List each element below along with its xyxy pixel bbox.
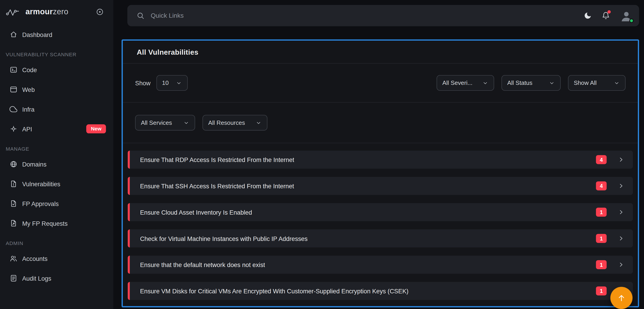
chevron-down-icon [183, 120, 190, 126]
severity-bar [128, 151, 130, 169]
sidebar: armourzero Dashboard VULNERABILITY SCANN… [0, 0, 113, 309]
count-badge: 1 [596, 260, 606, 269]
sidebar-item-label: API [22, 125, 32, 132]
file-request-icon [9, 219, 18, 227]
file-check-icon [9, 199, 18, 208]
logo-pulse-icon [6, 7, 20, 17]
chevron-right-icon [617, 182, 625, 190]
section-label-admin: ADMIN [0, 233, 113, 249]
right-filters-group: All Severi... All Status Show All [437, 75, 626, 91]
sidebar-item-label: Domains [22, 161, 46, 168]
count-badge: 4 [596, 155, 606, 164]
moon-icon [584, 11, 592, 20]
vulnerability-row[interactable]: Ensure That RDP Access Is Restricted Fro… [128, 151, 633, 169]
panel-header: All Vulnerabilities [123, 41, 638, 63]
sidebar-item-infra[interactable]: Infra [0, 99, 113, 119]
api-icon [9, 125, 18, 133]
sidebar-item-api[interactable]: API New [0, 119, 113, 139]
section-label-manage: MANAGE [0, 139, 113, 154]
vulnerability-title: Ensure VM Disks for Critical VMs Are Enc… [140, 288, 408, 295]
sidebar-item-web[interactable]: Web [0, 80, 113, 99]
severity-filter-select[interactable]: All Severi... [437, 75, 494, 91]
chevron-down-icon [482, 80, 488, 86]
chevron-down-icon [614, 80, 620, 86]
section-label-vulnerability-scanner: VULNERABILITY SCANNER [0, 44, 113, 60]
vulnerability-title: Ensure Cloud Asset Inventory Is Enabled [140, 209, 252, 216]
chevron-right-icon [617, 156, 625, 163]
severity-bar [128, 177, 130, 195]
sidebar-item-domains[interactable]: Domains [0, 154, 113, 174]
brand-header: armourzero [0, 2, 113, 22]
notification-dot [608, 10, 610, 13]
resources-filter-select[interactable]: All Resources [202, 115, 268, 130]
notifications-button[interactable] [600, 9, 612, 22]
all-vulnerabilities-panel: All Vulnerabilities Show 10 All Severi..… [122, 39, 639, 308]
sidebar-item-fp-approvals[interactable]: FP Approvals [0, 194, 113, 214]
count-badge: 1 [596, 234, 606, 243]
new-badge: New [86, 124, 106, 133]
count-badge: 1 [596, 286, 606, 296]
sidebar-item-audit-logs[interactable]: Audit Logs [0, 268, 113, 288]
sidebar-nav: Dashboard VULNERABILITY SCANNER Code Web [0, 22, 113, 288]
search-input[interactable] [151, 12, 576, 19]
status-filter-select[interactable]: All Status [502, 75, 560, 91]
vulnerability-title: Ensure That RDP Access Is Restricted Fro… [140, 156, 294, 163]
severity-bar [128, 229, 130, 248]
arrow-up-icon [616, 293, 626, 303]
sidebar-item-code[interactable]: Code [0, 60, 113, 80]
sidebar-item-label: Infra [22, 106, 34, 113]
service-filters-row: All Services All Resources [123, 103, 638, 143]
services-filter-select[interactable]: All Services [135, 115, 195, 130]
vulnerability-row[interactable]: Check for Virtual Machine Instances with… [128, 229, 633, 248]
sidebar-item-label: Web [22, 86, 35, 93]
users-icon [9, 254, 18, 263]
count-badge: 1 [596, 208, 606, 217]
vulnerability-row[interactable]: Ensure Cloud Asset Inventory Is Enabled … [128, 203, 633, 221]
sidebar-item-vulnerabilities[interactable]: Vulnerabilities [0, 174, 113, 194]
vulnerability-row[interactable]: Ensure That SSH Access Is Restricted Fro… [128, 177, 633, 195]
chevron-right-icon [617, 209, 625, 216]
vulnerability-title: Check for Virtual Machine Instances with… [140, 235, 308, 242]
sidebar-item-label: Accounts [22, 255, 48, 262]
vulnerability-title: Ensure That SSH Access Is Restricted Fro… [140, 182, 294, 189]
theme-toggle-button[interactable] [582, 9, 594, 22]
sidebar-item-label: My FP Requests [22, 220, 68, 227]
browser-icon [9, 85, 18, 93]
sidebar-toggle-button[interactable] [94, 6, 105, 17]
count-badge: 4 [596, 181, 606, 190]
show-all-filter-value: Show All [574, 80, 597, 86]
search-icon [136, 11, 145, 20]
severity-filter-value: All Severi... [442, 80, 472, 86]
cloud-icon [9, 105, 18, 113]
sidebar-item-my-fp-requests[interactable]: My FP Requests [0, 214, 113, 233]
show-label: Show [135, 79, 150, 86]
severity-bar [128, 203, 130, 221]
page-title: All Vulnerabilities [137, 48, 624, 57]
file-alert-icon [9, 180, 18, 188]
sidebar-item-label: FP Approvals [22, 200, 59, 207]
chevron-right-icon [617, 261, 625, 268]
page-size-value: 10 [162, 80, 169, 86]
page-size-select[interactable]: 10 [156, 75, 187, 91]
sidebar-item-accounts[interactable]: Accounts [0, 249, 113, 268]
services-filter-value: All Services [141, 119, 172, 126]
show-all-filter-select[interactable]: Show All [568, 75, 626, 91]
log-icon [9, 274, 18, 282]
scroll-to-top-button[interactable] [610, 287, 633, 309]
sidebar-item-label: Vulnerabilities [22, 180, 60, 187]
brand-name: armourzero [26, 7, 68, 16]
chevron-down-icon [256, 120, 262, 126]
vulnerability-row[interactable]: Ensure VM Disks for Critical VMs Are Enc… [128, 282, 633, 300]
quick-links-search[interactable] [128, 5, 639, 26]
target-icon [95, 7, 104, 16]
vulnerability-row[interactable]: Ensure that the default network does not… [128, 256, 633, 274]
sidebar-item-label: Code [22, 66, 37, 73]
globe-icon [9, 160, 18, 168]
status-filter-value: All Status [507, 80, 532, 86]
home-icon [9, 30, 18, 38]
chevron-down-icon [549, 80, 555, 86]
sidebar-item-dashboard[interactable]: Dashboard [0, 25, 113, 44]
chevron-right-icon [617, 235, 625, 242]
user-menu-button[interactable] [620, 9, 633, 22]
terminal-icon [9, 65, 18, 74]
